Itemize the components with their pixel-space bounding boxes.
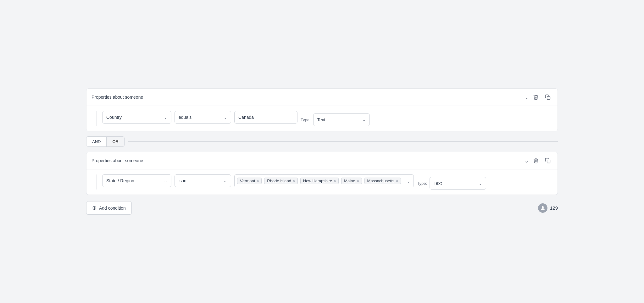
block-2-header-label: Properties about someone: [92, 158, 522, 163]
block-2-type-chevron-icon: ⌄: [479, 181, 482, 186]
logic-or-button[interactable]: OR: [107, 137, 124, 146]
block-1-field-label: Country: [106, 115, 161, 120]
block-2-indent: [97, 174, 97, 190]
block-2-operator-dropdown[interactable]: is in ⌄: [175, 174, 231, 187]
svg-rect-1: [547, 160, 550, 163]
block-2-field-chevron-icon: ⌄: [164, 179, 167, 183]
svg-rect-0: [547, 96, 550, 100]
block-2-multi-value-box[interactable]: Vermont × Rhode Island × New Hampshire ×…: [234, 174, 414, 187]
tag-rhode-island: Rhode Island ×: [264, 178, 298, 184]
block-1-type-wrapper: Type: Text ⌄: [301, 111, 370, 126]
block-2-delete-button[interactable]: [531, 157, 541, 165]
user-count-number: 129: [550, 205, 558, 211]
block-2-type-value: Text: [434, 181, 476, 186]
block-2-chevron-icon[interactable]: ⌄: [525, 158, 529, 164]
block-2-condition-row: State / Region ⌄ is in ⌄ Vermont × Rhode…: [102, 174, 552, 190]
block-2-type-wrapper: Type: Text ⌄: [417, 174, 486, 190]
block-1-operator-dropdown[interactable]: equals ⌄: [175, 111, 231, 124]
block-2-field-dropdown[interactable]: State / Region ⌄: [102, 174, 171, 187]
block-1-indent: [97, 111, 97, 126]
logic-toggle: AND OR: [86, 136, 125, 147]
block-2-type-label: Type:: [417, 181, 427, 186]
tag-new-hampshire: New Hampshire ×: [300, 178, 339, 184]
block-2-field-label: State / Region: [106, 178, 161, 183]
tag-maine: Maine ×: [341, 178, 362, 184]
block-1-operator-chevron-icon: ⌄: [224, 115, 227, 120]
user-avatar: [538, 203, 547, 213]
block-1-field-dropdown[interactable]: Country ⌄: [102, 111, 171, 124]
svg-point-2: [542, 206, 544, 208]
block-1-condition-row: Country ⌄ equals ⌄ Type: Text ⌄: [102, 111, 552, 126]
block-2-multi-chevron-icon: ⌄: [407, 179, 410, 183]
block-2-operator-label: is in: [179, 178, 221, 183]
block-1-copy-button[interactable]: [543, 93, 552, 101]
block-1-type-chevron-icon: ⌄: [362, 118, 366, 122]
block-2-header: Properties about someone ⌄: [86, 152, 558, 169]
add-condition-button[interactable]: ⊕ Add condition: [86, 201, 132, 215]
block-1-type-value: Text: [317, 117, 360, 122]
block-2-body: State / Region ⌄ is in ⌄ Vermont × Rhode…: [86, 169, 558, 195]
tag-rhode-island-close[interactable]: ×: [293, 179, 295, 183]
block-2: Properties about someone ⌄ State / Regio…: [86, 152, 558, 195]
add-condition-label: Add condition: [99, 206, 126, 211]
block-1-type-dropdown[interactable]: Text ⌄: [313, 113, 370, 126]
tag-massachusetts: Massachusetts ×: [364, 178, 401, 184]
add-condition-icon: ⊕: [92, 205, 97, 211]
logic-line: [128, 141, 558, 142]
block-1-header-label: Properties about someone: [92, 95, 522, 100]
block-2-operator-chevron-icon: ⌄: [224, 179, 227, 183]
tag-vermont: Vermont ×: [237, 178, 262, 184]
block-1-field-chevron-icon: ⌄: [164, 115, 167, 120]
block-1-type-label: Type:: [301, 118, 311, 122]
block-1-body: Country ⌄ equals ⌄ Type: Text ⌄: [86, 106, 558, 131]
block-2-copy-button[interactable]: [543, 157, 552, 165]
tag-new-hampshire-close[interactable]: ×: [334, 179, 336, 183]
logic-row: AND OR: [86, 136, 558, 147]
logic-and-button[interactable]: AND: [86, 137, 107, 146]
tag-maine-close[interactable]: ×: [357, 179, 359, 183]
block-1: Properties about someone ⌄ Country ⌄ equ…: [86, 88, 558, 131]
user-count-display: 129: [538, 203, 558, 213]
block-1-operator-label: equals: [179, 115, 221, 120]
block-2-multi-value-wrapper: Vermont × Rhode Island × New Hampshire ×…: [234, 174, 414, 187]
block-1-header: Properties about someone ⌄: [86, 89, 558, 106]
bottom-bar: ⊕ Add condition 129: [86, 201, 558, 215]
block-1-chevron-icon[interactable]: ⌄: [525, 94, 529, 100]
block-2-type-dropdown[interactable]: Text ⌄: [430, 177, 486, 190]
block-1-delete-button[interactable]: [531, 93, 541, 101]
tag-massachusetts-close[interactable]: ×: [396, 179, 398, 183]
block-1-value-input[interactable]: [234, 111, 297, 124]
tag-vermont-close[interactable]: ×: [257, 179, 259, 183]
